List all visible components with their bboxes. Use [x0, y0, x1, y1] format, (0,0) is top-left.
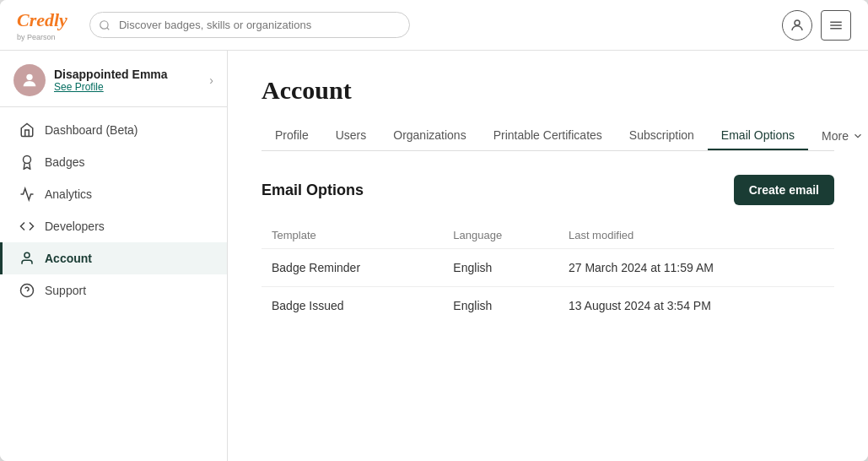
sidebar-item-label: Account	[45, 252, 92, 265]
tab-email-options[interactable]: Email Options	[708, 122, 808, 150]
tab-subscription[interactable]: Subscription	[616, 122, 708, 150]
tab-printable-certificates[interactable]: Printable Certificates	[480, 122, 616, 150]
search-bar	[89, 12, 410, 38]
user-section[interactable]: Disappointed Emma See Profile ›	[0, 51, 227, 107]
language-cell: English	[443, 249, 558, 287]
section-title: Email Options	[261, 182, 364, 199]
create-email-button[interactable]: Create email	[734, 175, 834, 205]
sidebar-item-label: Developers	[45, 220, 105, 233]
home-icon	[19, 122, 35, 138]
menu-icon-button[interactable]	[821, 10, 851, 41]
svg-point-0	[795, 20, 800, 25]
analytics-icon	[19, 187, 35, 202]
sidebar-item-support[interactable]: Support	[0, 274, 227, 306]
avatar	[13, 64, 46, 96]
body: Disappointed Emma See Profile › Dashboar…	[0, 51, 868, 461]
badge-icon	[19, 155, 35, 170]
chevron-right-icon: ›	[209, 73, 213, 87]
main-content: Account Profile Users Organizations Prin…	[228, 51, 868, 461]
page-title: Account	[261, 76, 834, 105]
svg-point-5	[24, 156, 31, 164]
sidebar-item-label: Support	[45, 284, 86, 297]
sidebar-item-developers[interactable]: Developers	[0, 210, 227, 242]
user-name: Disappointed Emma	[54, 68, 201, 81]
table-row: Badge Reminder English 27 March 2024 at …	[261, 249, 834, 287]
see-profile-link[interactable]: See Profile	[54, 81, 201, 93]
email-options-table: Template Language Last modified Badge Re…	[261, 222, 834, 324]
logo-text: Credly	[17, 9, 67, 31]
user-icon	[790, 18, 805, 33]
sidebar: Disappointed Emma See Profile › Dashboar…	[0, 51, 228, 461]
sidebar-item-label: Badges	[45, 155, 84, 169]
last-modified-cell: 13 August 2024 at 3:54 PM	[558, 287, 834, 325]
tab-users[interactable]: Users	[322, 122, 380, 150]
sidebar-item-label: Dashboard (Beta)	[45, 123, 138, 137]
search-input[interactable]	[89, 12, 410, 38]
table-row: Badge Issued English 13 August 2024 at 3…	[261, 287, 834, 325]
template-cell: Badge Reminder	[261, 249, 443, 287]
svg-point-6	[24, 252, 30, 258]
sidebar-item-dashboard[interactable]: Dashboard (Beta)	[0, 114, 227, 146]
language-cell: English	[443, 287, 558, 325]
code-icon	[19, 219, 35, 234]
sidebar-item-analytics[interactable]: Analytics	[0, 178, 227, 210]
sidebar-item-label: Analytics	[45, 187, 92, 201]
topnav: Credly by Pearson	[0, 0, 868, 51]
tab-more[interactable]: More	[808, 122, 868, 149]
tab-profile[interactable]: Profile	[261, 122, 322, 150]
last-modified-cell: 27 March 2024 at 11:59 AM	[558, 249, 834, 287]
sidebar-item-account[interactable]: Account	[0, 242, 227, 274]
svg-point-4	[26, 74, 32, 80]
user-info: Disappointed Emma See Profile	[54, 68, 201, 93]
more-label: More	[822, 129, 849, 143]
hamburger-icon	[828, 18, 844, 33]
tab-organizations[interactable]: Organizations	[380, 122, 479, 150]
nav-right	[782, 10, 851, 41]
col-header-template: Template	[261, 222, 443, 249]
template-cell: Badge Issued	[261, 287, 443, 325]
col-header-last-modified: Last modified	[558, 222, 834, 249]
account-icon	[19, 251, 35, 266]
col-header-language: Language	[443, 222, 558, 249]
support-icon	[19, 283, 35, 298]
user-icon-button[interactable]	[782, 10, 812, 41]
sidebar-item-badges[interactable]: Badges	[0, 146, 227, 178]
chevron-down-icon	[852, 130, 864, 142]
tabs: Profile Users Organizations Printable Ce…	[261, 122, 834, 151]
section-header: Email Options Create email	[261, 175, 834, 205]
nav-items: Dashboard (Beta) Badges Analytics Develo…	[0, 107, 227, 313]
logo: Credly by Pearson	[17, 9, 67, 41]
logo-sub: by Pearson	[17, 33, 56, 41]
